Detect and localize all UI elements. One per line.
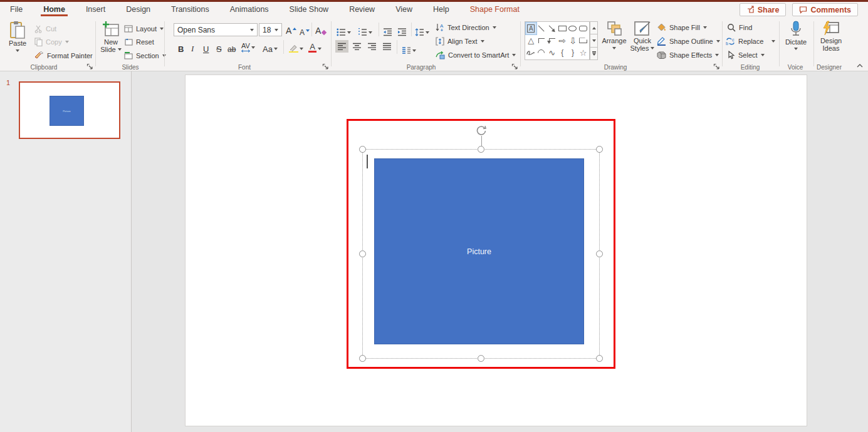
shape-elbow-arrow-connector[interactable] bbox=[546, 34, 557, 46]
resize-handle-top-right[interactable] bbox=[596, 146, 603, 153]
copy-dropdown-icon[interactable] bbox=[65, 41, 69, 43]
share-button[interactable]: Share bbox=[740, 3, 787, 16]
shape-scribble[interactable] bbox=[526, 47, 536, 59]
drawing-dialog-launcher-icon[interactable] bbox=[713, 63, 720, 70]
text-direction-button[interactable]: A Text Direction bbox=[436, 22, 496, 33]
gallery-more-button[interactable] bbox=[590, 48, 598, 60]
format-painter-button[interactable]: Format Painter bbox=[34, 50, 93, 61]
reset-button[interactable]: Reset bbox=[124, 36, 154, 48]
align-text-button[interactable]: Align Text bbox=[436, 36, 484, 47]
shape-fill-button[interactable]: Shape Fill bbox=[657, 22, 707, 33]
tab-design[interactable]: Design bbox=[125, 2, 152, 18]
shape-arc[interactable] bbox=[536, 47, 547, 59]
shape-star[interactable]: ☆ bbox=[578, 47, 588, 59]
font-size-combobox[interactable]: 18 bbox=[259, 23, 282, 36]
clear-formatting-button[interactable]: A bbox=[315, 23, 326, 36]
strikethrough-button[interactable]: ab bbox=[227, 41, 236, 54]
tab-animations[interactable]: Animations bbox=[229, 2, 270, 18]
cut-button[interactable]: Cut bbox=[34, 23, 56, 34]
tab-review[interactable]: Review bbox=[348, 2, 376, 18]
layout-button[interactable]: Layout bbox=[124, 23, 164, 34]
copy-button[interactable]: Copy bbox=[34, 36, 69, 48]
comments-button[interactable]: Comments bbox=[792, 3, 858, 16]
shape-line-arrow[interactable] bbox=[546, 23, 557, 34]
picture-placeholder[interactable]: Picture bbox=[374, 158, 584, 344]
italic-button[interactable]: I bbox=[191, 41, 194, 54]
font-dialog-launcher-icon[interactable] bbox=[322, 63, 329, 70]
resize-handle-bottom-left[interactable] bbox=[359, 355, 366, 362]
shape-left-brace[interactable]: { bbox=[557, 47, 568, 59]
resize-handle-middle-right[interactable] bbox=[596, 250, 603, 257]
numbering-button[interactable] bbox=[358, 24, 372, 36]
align-left-button[interactable] bbox=[335, 40, 348, 53]
font-color-button[interactable]: A bbox=[308, 40, 322, 53]
design-ideas-button[interactable]: Design Ideas bbox=[816, 21, 846, 52]
tab-view[interactable]: View bbox=[394, 2, 414, 18]
font-name-combobox[interactable]: Open Sans bbox=[174, 23, 258, 36]
clipboard-dialog-launcher-icon[interactable] bbox=[86, 63, 93, 70]
justify-button[interactable] bbox=[380, 40, 394, 53]
section-button[interactable]: Section bbox=[124, 50, 166, 61]
bold-button[interactable]: B bbox=[178, 41, 184, 54]
increase-indent-button[interactable] bbox=[397, 24, 407, 36]
shape-outline-button[interactable]: Shape Outline bbox=[657, 36, 720, 47]
shape-triangle[interactable]: △ bbox=[526, 34, 536, 46]
text-shadow-strike-button[interactable]: S bbox=[216, 41, 222, 54]
align-right-button[interactable] bbox=[365, 40, 379, 53]
shape-elbow-connector[interactable] bbox=[536, 34, 547, 46]
collapse-ribbon-button[interactable] bbox=[854, 61, 865, 70]
text-highlight-button[interactable] bbox=[288, 40, 303, 53]
shape-down-arrow[interactable]: ⇩ bbox=[568, 34, 578, 46]
shape-rounded-rectangle[interactable] bbox=[578, 23, 588, 34]
shape-text-box[interactable]: A bbox=[526, 23, 536, 34]
resize-handle-bottom-center[interactable] bbox=[478, 355, 484, 362]
tab-shape-format[interactable]: Shape Format bbox=[469, 2, 521, 18]
gallery-scroll-up-button[interactable] bbox=[590, 21, 598, 34]
tab-help[interactable]: Help bbox=[432, 2, 451, 18]
decrease-font-size-button[interactable]: A bbox=[300, 24, 310, 37]
slide[interactable]: Picture bbox=[186, 75, 807, 426]
replace-button[interactable]: bc Replace bbox=[726, 36, 775, 47]
shape-effects-button[interactable]: Shape Effects bbox=[657, 49, 719, 61]
shape-right-arrow[interactable]: ⇨ bbox=[557, 34, 568, 46]
shape-rectangle[interactable] bbox=[557, 23, 568, 34]
tab-file[interactable]: File bbox=[9, 2, 24, 18]
columns-button[interactable] bbox=[402, 41, 416, 54]
font-name-dropdown-icon[interactable] bbox=[250, 29, 254, 31]
arrange-button[interactable]: Arrange bbox=[600, 21, 629, 49]
shape-line[interactable] bbox=[536, 23, 547, 34]
paste-button[interactable]: Paste bbox=[5, 21, 30, 52]
shape-snip-rectangle[interactable] bbox=[578, 34, 588, 46]
paste-dropdown-icon[interactable] bbox=[16, 49, 19, 52]
gallery-scroll-down-button[interactable] bbox=[590, 34, 598, 47]
resize-handle-bottom-right[interactable] bbox=[596, 355, 603, 362]
resize-handle-middle-left[interactable] bbox=[359, 250, 366, 257]
tab-transitions[interactable]: Transitions bbox=[170, 2, 211, 18]
convert-to-smartart-button[interactable]: Convert to SmartArt bbox=[436, 49, 516, 61]
resize-handle-top-center[interactable] bbox=[478, 146, 484, 153]
tab-insert[interactable]: Insert bbox=[85, 2, 107, 18]
paragraph-dialog-launcher-icon[interactable] bbox=[511, 63, 518, 70]
increase-font-size-button[interactable]: A bbox=[286, 23, 296, 36]
shape-right-brace[interactable]: } bbox=[568, 47, 578, 59]
dictate-button[interactable]: Dictate bbox=[782, 21, 810, 50]
rotation-handle[interactable] bbox=[475, 124, 488, 136]
tab-home[interactable]: Home bbox=[42, 2, 66, 18]
shape-curve[interactable]: ∿ bbox=[546, 47, 557, 59]
change-case-button[interactable]: Aa bbox=[263, 41, 278, 54]
align-center-button[interactable] bbox=[350, 40, 363, 53]
tab-slide-show[interactable]: Slide Show bbox=[288, 2, 330, 18]
new-slide-dropdown-icon[interactable] bbox=[118, 48, 122, 51]
resize-handle-top-left[interactable] bbox=[359, 146, 366, 153]
select-button[interactable]: Select bbox=[727, 49, 765, 61]
find-button[interactable]: Find bbox=[727, 22, 752, 33]
bullets-button[interactable] bbox=[337, 24, 351, 36]
slide-1-thumbnail[interactable]: Picture bbox=[19, 81, 120, 139]
underline-button[interactable]: U bbox=[203, 41, 209, 54]
line-spacing-button[interactable] bbox=[415, 24, 429, 36]
shape-oval[interactable] bbox=[568, 23, 578, 34]
character-spacing-button[interactable]: AV bbox=[241, 40, 255, 53]
new-slide-button[interactable]: New Slide bbox=[98, 21, 123, 53]
decrease-indent-button[interactable] bbox=[383, 24, 392, 36]
quick-styles-button[interactable]: Quick Styles bbox=[629, 21, 656, 52]
